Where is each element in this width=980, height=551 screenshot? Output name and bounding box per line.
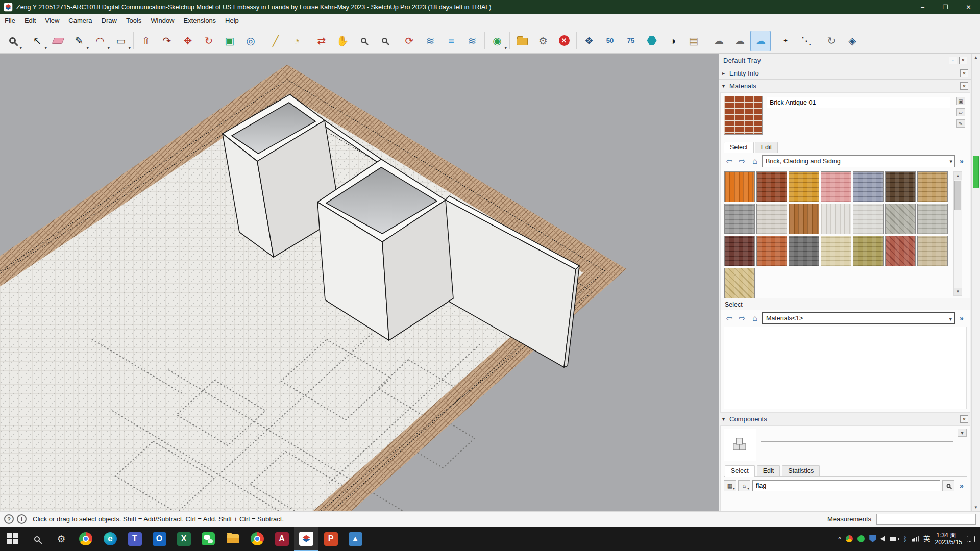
select-tool[interactable]: ↖	[27, 31, 47, 51]
material-swatch[interactable]	[821, 204, 851, 234]
pan-tool[interactable]: ✋	[332, 31, 353, 51]
menu-item[interactable]: Draw	[97, 14, 121, 27]
material-swatch[interactable]	[821, 171, 851, 202]
measurements-input[interactable]	[876, 514, 976, 525]
components-home-button[interactable]: ⌂	[738, 480, 750, 491]
warehouse-active-button[interactable]: ☁	[750, 31, 771, 51]
minimize-button[interactable]: –	[911, 0, 934, 14]
back-button[interactable]: ⇦	[724, 156, 735, 167]
tray-pin-button[interactable]: ▫	[949, 57, 957, 64]
material-swatch[interactable]	[789, 171, 819, 202]
menu-item[interactable]: Camera	[64, 14, 96, 27]
tray-scrollbar[interactable]: ▲ ▼	[971, 54, 980, 511]
taskbar-clock[interactable]: 1:34 周一 2023/5/15	[935, 532, 962, 546]
viewport-3d[interactable]	[0, 54, 719, 511]
line-tool[interactable]: ✎	[69, 31, 89, 51]
tab-edit[interactable]: Edit	[757, 465, 780, 476]
style-tool-1[interactable]: ❖	[579, 31, 599, 51]
material-swatch[interactable]	[853, 204, 884, 234]
follow-me-tool[interactable]: ↷	[157, 31, 177, 51]
material-swatch[interactable]	[756, 236, 787, 266]
orbit-tool[interactable]: ⟳	[399, 31, 420, 51]
tray-close-button[interactable]: ✕	[959, 57, 967, 64]
taskbar-outlook-button[interactable]: O	[147, 527, 172, 551]
tray-chrome-icon[interactable]	[846, 535, 853, 542]
entity-info-close-button[interactable]: ✕	[960, 69, 968, 77]
maximize-button[interactable]: ❐	[934, 0, 957, 14]
components-close-button[interactable]: ✕	[960, 415, 968, 423]
start-button[interactable]	[0, 527, 24, 551]
details-pane-button[interactable]: »	[957, 156, 967, 167]
material-swatch[interactable]	[917, 236, 948, 266]
zoom-extents-tool[interactable]	[374, 31, 395, 51]
scroll-up-icon[interactable]: ▲	[954, 172, 962, 180]
forward-button[interactable]: ⇨	[737, 313, 748, 324]
scroll-up-icon[interactable]: ▲	[972, 54, 980, 61]
section-fill-tool[interactable]: ≡	[441, 31, 461, 51]
taskbar-teams-button[interactable]: T	[122, 527, 147, 551]
menu-item[interactable]: Tools	[121, 14, 146, 27]
shaded-style-tool[interactable]: ◑	[663, 31, 683, 51]
scroll-thumb[interactable]	[954, 181, 961, 210]
action-center-icon[interactable]	[967, 536, 975, 542]
tags-tool[interactable]: ▤	[683, 31, 704, 51]
zoom-window-tool[interactable]	[353, 31, 374, 51]
tray-scroll-thumb[interactable]	[973, 156, 979, 188]
orbit-secondary-tool[interactable]: ↻	[821, 31, 842, 51]
taskbar-chrome-button[interactable]	[74, 527, 98, 551]
material-name-input[interactable]	[767, 97, 950, 108]
material-swatch[interactable]	[789, 204, 819, 234]
materials-close-button[interactable]: ✕	[960, 82, 968, 90]
model-info-button[interactable]: ⚙	[533, 31, 553, 51]
protractor-tool[interactable]: ◔	[286, 31, 307, 51]
style-tool-50[interactable]: 50	[600, 31, 620, 51]
offset-tool[interactable]: ◎	[240, 31, 261, 51]
taskbar-browser-button[interactable]	[245, 527, 270, 551]
material-swatch[interactable]	[917, 204, 948, 234]
eraser-tool[interactable]	[48, 31, 68, 51]
view-options-button[interactable]: ▦	[724, 480, 736, 491]
menu-item[interactable]: Edit	[20, 14, 40, 27]
scale-tool[interactable]: ▣	[219, 31, 240, 51]
search-button[interactable]	[942, 480, 954, 491]
details-pane-button[interactable]: »	[957, 313, 967, 324]
taskbar-explorer-button[interactable]	[220, 527, 245, 551]
materials-scrollbar[interactable]: ▲ ▼	[953, 171, 962, 296]
menu-item[interactable]: Window	[146, 14, 179, 27]
network-signal-icon[interactable]	[912, 536, 919, 542]
swap-views-tool[interactable]: ⇄	[311, 31, 332, 51]
components-search-input[interactable]	[752, 480, 940, 491]
tab-statistics[interactable]: Statistics	[782, 465, 820, 476]
section-plane-tool[interactable]: ≋	[420, 31, 440, 51]
warehouse-share-button[interactable]: ☁	[729, 31, 750, 51]
scroll-down-icon[interactable]: ▼	[972, 504, 980, 511]
move-tool[interactable]: ✥	[178, 31, 198, 51]
taskbar-photos-button[interactable]: ▲	[343, 527, 368, 551]
material-swatch[interactable]	[724, 236, 755, 266]
extension-tool[interactable]: ◈	[842, 31, 863, 51]
rotate-tool[interactable]: ↻	[199, 31, 219, 51]
forward-button[interactable]: ⇨	[737, 156, 748, 167]
tab-select[interactable]: Select	[725, 465, 755, 477]
close-button[interactable]: ✕	[957, 0, 980, 14]
open-file-button[interactable]	[512, 31, 532, 51]
axes-tool[interactable]: ⋱	[796, 31, 817, 51]
entity-info-header[interactable]: Entity Info ✕	[719, 67, 971, 80]
material-swatch[interactable]	[853, 236, 884, 266]
taskbar-access-button[interactable]: A	[270, 527, 294, 551]
info-icon[interactable]: i	[17, 514, 27, 524]
volume-icon[interactable]	[880, 536, 885, 542]
cancel-button[interactable]: ✕	[554, 31, 574, 51]
material-swatch[interactable]	[885, 236, 916, 266]
warehouse-download-button[interactable]: ☁	[708, 31, 729, 51]
material-preview-thumbnail[interactable]	[724, 96, 763, 135]
style-tool-75[interactable]: 75	[621, 31, 641, 51]
material-swatch[interactable]	[789, 236, 819, 266]
material-swatch[interactable]	[724, 171, 755, 202]
secondary-collection-dropdown[interactable]: Materials<1>	[762, 312, 955, 324]
zoom-tool[interactable]	[2, 31, 22, 51]
taskbar-wechat-button[interactable]	[196, 527, 220, 551]
section-display-tool[interactable]: ≋	[462, 31, 482, 51]
in-model-home-button[interactable]: ⌂	[749, 156, 761, 167]
material-swatch[interactable]	[885, 204, 916, 234]
